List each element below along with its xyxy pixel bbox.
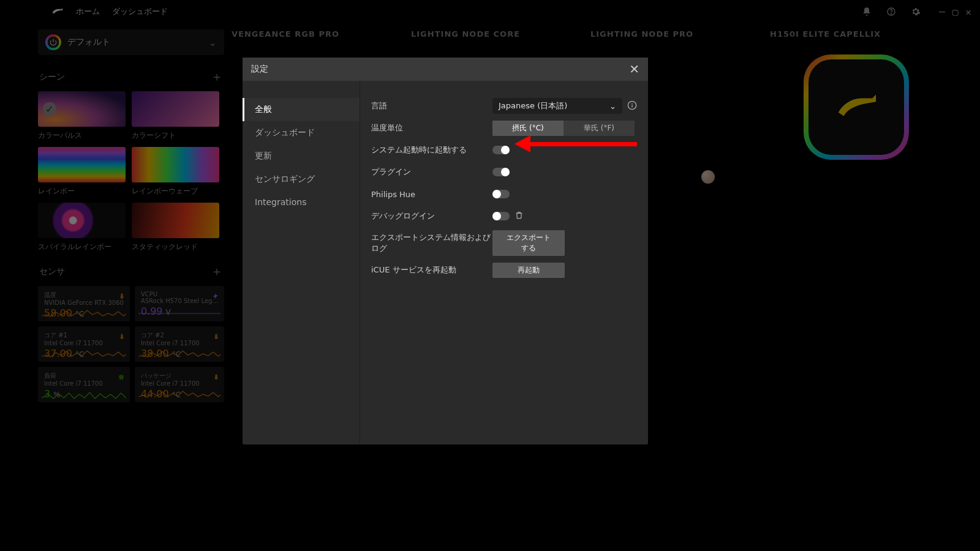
hue-toggle[interactable] [492,190,510,198]
export-button[interactable]: エクスポートする [492,230,565,256]
debug-toggle[interactable] [492,212,510,220]
label-hue: Philips Hue [371,190,492,199]
svg-rect-6 [631,103,632,103]
plugin-toggle[interactable] [492,168,510,176]
app-root: ホーム ダッシュボード ─ ▢ ✕ デフォルト ⌄ シーン ＋ [0,0,980,551]
close-icon[interactable]: ✕ [629,62,639,77]
tab-update[interactable]: 更新 [243,144,360,168]
temp-unit-segment: 摂氏 (°C) 華氏 (°F) [492,121,635,136]
label-startup: システム起動時に起動する [371,144,492,156]
tab-general[interactable]: 全般 [243,98,360,121]
modal-header: 設定 ✕ [243,58,648,81]
modal-nav: 全般 ダッシュボード 更新 センサロギング Integrations [243,81,360,444]
label-restart: iCUE サービスを再起動 [371,264,492,276]
label-export: エクスポートシステム情報およびログ [371,232,492,254]
trash-icon[interactable] [514,211,524,222]
temp-celsius-button[interactable]: 摂氏 (°C) [492,121,564,136]
info-icon[interactable] [627,100,637,112]
modal-title: 設定 [251,64,268,75]
label-debug: デバッグログイン [371,211,492,222]
tab-sensorlog[interactable]: センサロギング [243,168,360,191]
chevron-down-icon: ⌄ [609,102,616,111]
label-plugin: プラグイン [371,167,492,178]
startup-toggle[interactable] [492,146,510,154]
restart-button[interactable]: 再起動 [492,263,565,278]
label-language: 言語 [371,100,492,111]
settings-modal: 設定 ✕ 全般 ダッシュボード 更新 センサロギング Integrations … [243,58,648,444]
tab-dashboard[interactable]: ダッシュボード [243,121,360,144]
temp-fahrenheit-button[interactable]: 華氏 (°F) [564,121,635,136]
tab-integrations[interactable]: Integrations [243,191,360,213]
language-select[interactable]: Japanese (日本語) ⌄ [492,98,622,114]
svg-rect-5 [631,104,632,107]
label-temp-unit: 温度単位 [371,122,492,133]
modal-form: 言語 Japanese (日本語) ⌄ 温度単位 [360,81,648,444]
